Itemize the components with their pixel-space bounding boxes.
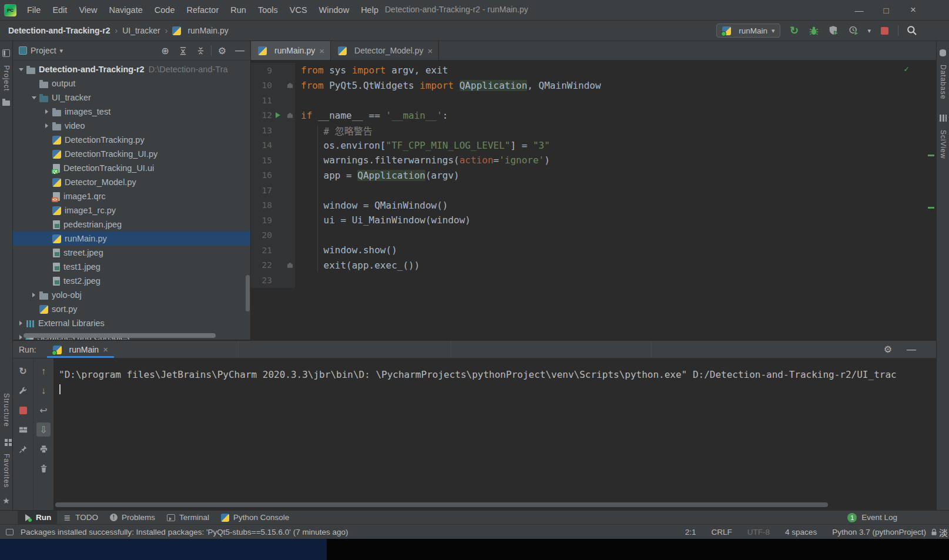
status-message[interactable]: Packages installed successfully: Install…	[21, 528, 685, 536]
readonly-lock-icon[interactable]	[930, 527, 939, 536]
stop-button[interactable]	[878, 24, 891, 37]
tree-item[interactable]: Detector_Model.py	[13, 175, 250, 189]
run-with-coverage-button[interactable]	[827, 24, 840, 37]
toolwindow-button-run[interactable]: Run	[18, 511, 57, 524]
menu-help[interactable]: Help	[355, 5, 384, 15]
breadcrumb-item[interactable]: UI_tracker	[120, 25, 163, 36]
tree-item[interactable]: sort.py	[13, 302, 250, 316]
maximize-button[interactable]: □	[881, 5, 891, 15]
pin-tab-button[interactable]	[16, 442, 30, 456]
menu-vcs[interactable]: VCS	[284, 5, 313, 15]
hide-run-panel-button[interactable]: —	[904, 343, 918, 357]
tree-item[interactable]: DetectionTracking_UI.py	[13, 147, 250, 161]
menu-navigate[interactable]: Navigate	[103, 5, 149, 15]
run-button[interactable]: ↻	[787, 24, 800, 37]
debug-button[interactable]	[807, 24, 820, 37]
tool-stripe-sciview[interactable]: SciView	[939, 130, 947, 159]
tree-item[interactable]: image1_rc.py	[13, 203, 250, 217]
tree-chevron-icon[interactable]	[41, 109, 52, 114]
menu-file[interactable]: File	[21, 5, 46, 15]
run-settings-button[interactable]: ⚙	[881, 343, 895, 357]
favorites-star-icon[interactable]: ★	[2, 496, 10, 505]
tree-chevron-icon[interactable]	[41, 123, 52, 128]
stop-process-button[interactable]	[16, 403, 30, 417]
project-tree-horizontal-scrollbar[interactable]	[24, 333, 216, 338]
project-tree-vertical-scrollbar[interactable]	[246, 275, 250, 311]
up-stack-trace-button[interactable]: ↑	[36, 364, 51, 378]
toolwindow-button-python-console[interactable]: Python Console	[215, 511, 295, 524]
profiler-button[interactable]	[847, 24, 860, 37]
sciview-toolwindow-icon[interactable]	[940, 115, 947, 122]
menu-window[interactable]: Window	[313, 5, 356, 15]
run-configuration-select[interactable]: runMain ▾	[716, 24, 780, 38]
restore-layout-button[interactable]	[16, 422, 30, 437]
toggle-stripes-icon[interactable]	[6, 529, 14, 535]
inspections-ok-icon[interactable]: ✓	[904, 64, 909, 73]
run-configuration-settings-button[interactable]	[16, 384, 30, 398]
search-everywhere-button[interactable]	[906, 24, 918, 37]
event-log-button[interactable]: 1 Event Log	[847, 513, 897, 522]
run-line-icon[interactable]	[276, 112, 280, 118]
folder-toolwindow-icon[interactable]	[2, 100, 10, 106]
tree-item[interactable]: DetectionTracking.py	[13, 133, 250, 147]
tool-stripe-project[interactable]: Project	[2, 65, 11, 91]
tree-chevron-icon[interactable]	[28, 293, 39, 297]
database-toolwindow-icon[interactable]	[940, 49, 946, 56]
fold-marker-icon[interactable]	[287, 113, 293, 118]
tool-stripe-structure[interactable]: Structure	[2, 393, 11, 427]
run-console-output[interactable]: "D:\program files\JetBrains\PyCharm 2020…	[54, 358, 936, 510]
tree-chevron-icon[interactable]	[15, 68, 26, 71]
close-tab-icon[interactable]	[428, 46, 433, 56]
tree-item[interactable]: runMain.py	[13, 232, 250, 246]
status-widget[interactable]: CRLF	[712, 528, 732, 536]
tree-item[interactable]: images_test	[13, 105, 250, 119]
toolwindow-button-todo[interactable]: ≣TODO	[57, 511, 104, 524]
tree-item[interactable]: video	[13, 119, 250, 133]
close-tab-icon[interactable]	[103, 344, 108, 354]
tree-item[interactable]: street.jpeg	[13, 246, 250, 260]
rerun-button[interactable]: ↻	[16, 364, 30, 378]
editor-tab[interactable]: Detector_Model.py	[331, 41, 439, 60]
fold-marker-icon[interactable]	[287, 83, 293, 88]
soft-wrap-button[interactable]: ↩	[36, 403, 51, 417]
project-panel-title[interactable]: Project	[31, 46, 56, 55]
tree-item[interactable]: UI_tracker	[13, 90, 250, 105]
tool-stripe-favorites[interactable]: Favorites	[2, 454, 11, 488]
menu-refactor[interactable]: Refactor	[180, 5, 224, 15]
close-button[interactable]: ×	[908, 4, 918, 16]
menu-tools[interactable]: Tools	[252, 5, 284, 15]
tree-chevron-icon[interactable]	[15, 321, 26, 326]
status-widget[interactable]: 4 spaces	[785, 528, 817, 536]
structure-toolwindow-icon[interactable]	[5, 439, 8, 442]
fold-marker-icon[interactable]	[287, 263, 293, 268]
tree-item[interactable]: test2.jpeg	[13, 274, 250, 288]
tree-item[interactable]: image1.qrc	[13, 189, 250, 203]
toolwindow-button-terminal[interactable]: Terminal	[161, 511, 215, 524]
scrollbar-change-mark[interactable]	[928, 207, 934, 209]
tree-item[interactable]: Detection-and-Tracking-r2D:\Detection-an…	[13, 62, 250, 76]
hide-panel-button[interactable]: —	[233, 43, 247, 58]
breadcrumb-item[interactable]: Detection-and-Tracking-r2	[6, 25, 112, 36]
tree-item[interactable]: pedestrian.jpeg	[13, 217, 250, 232]
tree-item[interactable]: yolo-obj	[13, 288, 250, 302]
breadcrumb-item[interactable]: runMain.py	[170, 25, 230, 36]
tree-item[interactable]: output	[13, 76, 250, 90]
project-toolwindow-icon[interactable]	[2, 49, 10, 57]
status-widget[interactable]: Python 3.7 (pythonProject)	[832, 528, 926, 536]
code-editor[interactable]: 9from sys import argv, exit10from PyQt5.…	[251, 61, 936, 340]
tool-stripe-database[interactable]: Database	[939, 65, 947, 99]
tree-item[interactable]: External Libraries	[13, 316, 250, 330]
locate-file-button[interactable]: ⊕	[158, 43, 172, 58]
run-console-tab[interactable]: runMain	[47, 341, 114, 358]
scrollbar-change-mark[interactable]	[928, 155, 934, 156]
expand-all-button[interactable]	[176, 43, 190, 58]
status-widget[interactable]: 2:1	[685, 528, 696, 536]
profiler-dropdown-icon[interactable]: ▾	[867, 27, 871, 35]
status-widget[interactable]: UTF-8	[747, 528, 770, 536]
editor-tab[interactable]: runMain.py	[251, 41, 331, 60]
toolwindow-button-problems[interactable]: Problems	[104, 511, 161, 524]
menu-edit[interactable]: Edit	[46, 5, 73, 15]
console-horizontal-scrollbar[interactable]	[55, 502, 828, 507]
menu-run[interactable]: Run	[224, 5, 252, 15]
tree-chevron-icon[interactable]	[28, 96, 39, 99]
